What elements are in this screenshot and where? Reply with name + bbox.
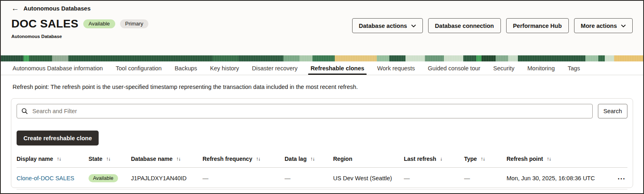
table-header-row: Display name ↑↓ State ↑↓ Database name ↑… (17, 156, 627, 168)
tab-key-history[interactable]: Key history (204, 61, 246, 75)
database-name-cell: J1PAJLDXY1AN40ID (131, 175, 203, 181)
column-header-last-refresh[interactable]: Last refresh ↓ (404, 156, 464, 162)
app-window: ← Autonomous Databases DOC SALES Availab… (0, 0, 644, 194)
performance-hub-button[interactable]: Performance Hub (506, 18, 569, 33)
column-header-refresh-point[interactable]: Refresh point ↑↓ (507, 156, 610, 162)
row-actions-menu-icon[interactable]: ••• (618, 177, 626, 181)
button-label: More actions (581, 23, 617, 29)
column-header-database-name[interactable]: Database name ↑↓ (131, 156, 203, 162)
clone-name-link[interactable]: Clone-of-DOC SALES (17, 175, 74, 181)
search-input[interactable] (32, 108, 588, 115)
database-connection-button[interactable]: Database connection (428, 18, 501, 33)
tab-backups[interactable]: Backups (168, 61, 204, 75)
region-cell: US Dev West (Seattle) (333, 175, 404, 181)
column-label: Last refresh (404, 156, 436, 162)
clones-table: Display name ↑↓ State ↑↓ Database name ↑… (17, 156, 627, 190)
column-label: Display name (17, 156, 53, 162)
back-arrow-icon[interactable]: ← (11, 4, 19, 12)
create-refreshable-clone-button[interactable]: Create refreshable clone (17, 131, 99, 146)
column-label: Data lag (285, 156, 306, 162)
tab-refreshable-clones[interactable]: Refreshable clones (304, 61, 371, 75)
search-button[interactable]: Search (598, 104, 627, 118)
type-cell: — (464, 175, 507, 181)
column-label: Type (464, 156, 477, 162)
last-refresh-cell: — (404, 175, 464, 181)
role-badge: Primary (120, 19, 149, 29)
column-label: Region (333, 156, 352, 162)
chevron-down-icon (411, 24, 416, 27)
tab-disaster-recovery[interactable]: Disaster recovery (245, 61, 304, 75)
column-label: Refresh frequency (203, 156, 252, 162)
header-actions: Database actions Database connection Per… (352, 18, 633, 33)
search-box[interactable] (17, 104, 593, 118)
tab-tags[interactable]: Tags (561, 61, 587, 75)
row-status-badge: Available (89, 174, 118, 182)
column-label: Refresh point (507, 156, 543, 162)
tab-autonomous-database-information[interactable]: Autonomous Database information (6, 61, 109, 75)
chevron-down-icon (621, 24, 626, 27)
refresh-frequency-cell: — (203, 175, 285, 181)
tab-bar: Autonomous Database information Tool con… (1, 61, 643, 75)
resource-type-label: Autonomous Database (11, 34, 148, 39)
column-header-region: Region (333, 156, 404, 162)
sort-icon[interactable]: ↑↓ (310, 156, 315, 162)
button-label: Performance Hub (513, 23, 562, 29)
breadcrumb[interactable]: Autonomous Databases (23, 5, 91, 12)
column-label: Database name (131, 156, 173, 162)
button-label: Database connection (435, 23, 494, 29)
sort-icon[interactable]: ↑↓ (481, 156, 485, 162)
column-header-state[interactable]: State ↑↓ (89, 156, 131, 162)
column-header-refresh-frequency[interactable]: Refresh frequency ↑↓ (203, 156, 285, 162)
sort-icon[interactable]: ↑↓ (106, 156, 110, 162)
title-block: DOC SALES Available Primary Autonomous D… (11, 17, 148, 39)
search-row: Search (17, 104, 627, 118)
table-row: Clone-of-DOC SALES Available J1PAJLDXY1A… (17, 168, 627, 190)
button-label: Database actions (359, 23, 407, 29)
tab-tool-configuration[interactable]: Tool configuration (109, 61, 168, 75)
column-header-display-name[interactable]: Display name ↑↓ (17, 156, 89, 162)
actions-cell: ••• (610, 175, 627, 181)
more-actions-button[interactable]: More actions (574, 18, 633, 33)
column-label: State (89, 156, 102, 162)
tab-monitoring[interactable]: Monitoring (521, 61, 562, 75)
sort-icon[interactable]: ↑↓ (547, 156, 551, 162)
column-header-type[interactable]: Type ↑↓ (464, 156, 507, 162)
sort-icon[interactable]: ↑↓ (57, 156, 61, 162)
sort-icon[interactable]: ↑↓ (176, 156, 181, 162)
refresh-point-description: Refresh point: The refresh point is the … (13, 84, 643, 90)
page-header: ← Autonomous Databases DOC SALES Availab… (1, 1, 643, 55)
sort-desc-icon[interactable]: ↓ (440, 156, 442, 162)
decorative-banner (1, 55, 643, 61)
breadcrumb-row: ← Autonomous Databases (11, 4, 633, 12)
column-header-data-lag[interactable]: Data lag ↑↓ (285, 156, 333, 162)
title-row: DOC SALES Available Primary Autonomous D… (11, 17, 633, 39)
refresh-point-cell: Mon, Jun 30, 2025, 16:08:36 UTC (507, 175, 610, 181)
data-lag-cell: — (285, 175, 333, 181)
tab-guided-console-tour[interactable]: Guided console tour (421, 61, 487, 75)
sort-icon[interactable]: ↑↓ (256, 156, 260, 162)
tab-security[interactable]: Security (487, 61, 521, 75)
database-actions-button[interactable]: Database actions (352, 18, 423, 33)
status-badge: Available (83, 19, 115, 29)
search-icon (21, 108, 28, 114)
page-title: DOC SALES (11, 17, 78, 30)
refreshable-clones-panel: Search Create refreshable clone Display … (11, 98, 633, 188)
state-cell: Available (89, 174, 131, 182)
tab-work-requests[interactable]: Work requests (371, 61, 421, 75)
display-name-cell: Clone-of-DOC SALES (17, 175, 89, 181)
